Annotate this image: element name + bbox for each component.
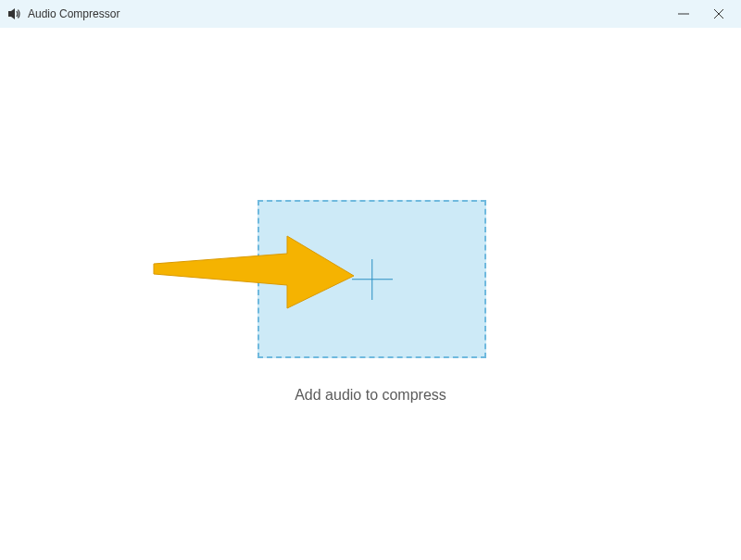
speaker-icon xyxy=(7,6,22,21)
instruction-text: Add audio to compress xyxy=(0,387,741,404)
close-icon xyxy=(712,7,725,20)
svg-marker-1 xyxy=(11,8,15,19)
app-title: Audio Compressor xyxy=(28,7,119,20)
titlebar-controls xyxy=(674,5,734,23)
minimize-icon xyxy=(677,7,690,20)
add-audio-dropzone[interactable] xyxy=(257,200,486,358)
close-button[interactable] xyxy=(710,5,728,23)
minimize-button[interactable] xyxy=(674,5,693,23)
svg-rect-0 xyxy=(8,11,11,17)
plus-icon xyxy=(352,259,393,300)
titlebar: Audio Compressor xyxy=(0,0,741,28)
main-content: Add audio to compress xyxy=(0,28,741,560)
titlebar-left: Audio Compressor xyxy=(7,6,119,21)
